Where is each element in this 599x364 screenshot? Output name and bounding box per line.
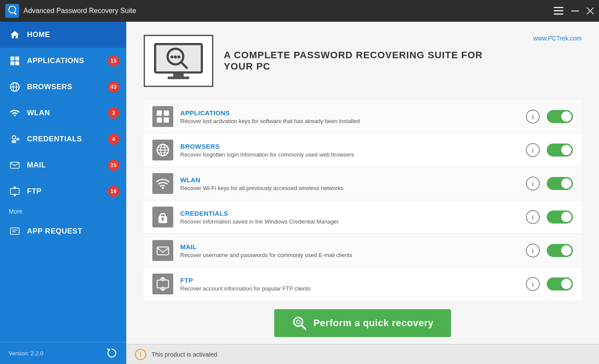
sidebar-footer: Version: 2.2.0 — [0, 342, 126, 364]
svg-point-21 — [17, 139, 18, 140]
feature-wlan-title: WLAN — [180, 176, 526, 184]
svg-rect-36 — [173, 73, 184, 77]
feature-applications-text: APPLICATIONS Recover lost activation key… — [180, 109, 526, 124]
svg-rect-40 — [157, 117, 162, 123]
feature-mail-info-btn[interactable]: i — [526, 244, 540, 257]
ftp-icon — [9, 185, 21, 197]
menu-button[interactable] — [554, 7, 563, 15]
sidebar-ftp-label: FTP — [27, 187, 42, 196]
sidebar-app-request-label: APP REQUEST — [27, 227, 82, 236]
feature-row-wlan: WLAN Recover Wi-Fi keys for all previous… — [144, 167, 582, 200]
mail-badge: 25 — [108, 160, 119, 171]
feature-credentials-toggle[interactable] — [547, 210, 573, 224]
sidebar-home-label: HOME — [27, 30, 50, 39]
feature-applications-title: APPLICATIONS — [180, 109, 526, 117]
close-button[interactable] — [587, 7, 594, 14]
svg-rect-6 — [554, 13, 563, 15]
window-controls — [554, 7, 594, 15]
feature-credentials-desc: Recover information saved in the Windows… — [180, 218, 526, 225]
svg-rect-51 — [160, 214, 165, 218]
applications-badge: 15 — [108, 55, 119, 67]
feature-wlan-toggle[interactable] — [547, 177, 573, 190]
feature-list: APPLICATIONS Recover lost activation key… — [144, 100, 582, 301]
feature-browsers-info-btn[interactable]: i — [526, 143, 540, 157]
sidebar-item-credentials[interactable]: CREDENTIALS 4 — [0, 126, 126, 152]
sidebar-more[interactable]: More — [0, 204, 126, 218]
wlan-icon — [9, 107, 21, 119]
product-logo-box — [144, 35, 213, 87]
content-header: A COMPLETE PASSWORD RECOVERING SUITE FOR… — [144, 35, 582, 87]
applications-icon — [9, 55, 21, 67]
feature-ftp-text: FTP Recover account information for popu… — [180, 277, 526, 292]
minimize-button[interactable] — [571, 10, 579, 12]
version-label: Version: 2.2.0 — [9, 350, 44, 357]
svg-rect-26 — [10, 228, 19, 234]
svg-rect-13 — [15, 61, 19, 65]
recovery-search-icon — [292, 315, 307, 331]
svg-rect-11 — [15, 57, 19, 60]
feature-browsers-text: BROWSERS Recover forgotten login informa… — [180, 143, 526, 158]
svg-rect-19 — [12, 140, 16, 143]
sidebar-item-home[interactable]: HOME — [0, 22, 126, 48]
feature-applications-toggle[interactable] — [547, 110, 573, 123]
header-left: A COMPLETE PASSWORD RECOVERING SUITE FOR… — [144, 35, 485, 87]
content-area: A COMPLETE PASSWORD RECOVERING SUITE FOR… — [126, 22, 599, 364]
feature-mail-desc: Recover username and passwords for commo… — [180, 252, 526, 258]
svg-rect-12 — [10, 61, 14, 65]
feature-browsers-toggle[interactable] — [547, 144, 573, 157]
feature-mail-toggle[interactable] — [547, 244, 573, 257]
header-tagline: A COMPLETE PASSWORD RECOVERING SUITE FOR… — [224, 50, 485, 72]
app-request-icon — [9, 225, 21, 237]
feature-row-browsers: BROWSERS Recover forgotten login informa… — [144, 134, 582, 167]
browsers-icon — [9, 81, 21, 93]
feature-wlan-icon-box — [152, 173, 173, 194]
app-logo — [5, 4, 19, 18]
quick-recovery-button[interactable]: Perform a quick recovery — [274, 309, 451, 337]
feature-ftp-icon-box — [152, 274, 173, 294]
svg-point-17 — [15, 116, 15, 117]
feature-browsers-title: BROWSERS — [180, 143, 526, 150]
main-layout: HOME APPLICATIONS 15 — [0, 22, 599, 364]
feature-applications-info-btn[interactable]: i — [526, 110, 540, 124]
sidebar: HOME APPLICATIONS 15 — [0, 22, 126, 364]
recovery-section: Perform a quick recovery — [144, 301, 582, 341]
feature-wlan-desc: Recover Wi-Fi keys for all previously ac… — [180, 185, 526, 191]
svg-rect-37 — [168, 77, 189, 79]
feature-ftp-desc: Recover account information for popular … — [180, 285, 526, 292]
feature-credentials-info-btn[interactable]: i — [526, 210, 540, 224]
svg-rect-53 — [162, 220, 163, 221]
sidebar-item-mail[interactable]: MAIL 25 — [0, 152, 126, 178]
feature-ftp-toggle[interactable] — [547, 277, 573, 291]
sidebar-item-applications[interactable]: APPLICATIONS 15 — [0, 48, 126, 74]
svg-point-18 — [12, 136, 16, 139]
sidebar-item-app-request[interactable]: APP REQUEST — [0, 218, 126, 244]
svg-rect-7 — [571, 10, 579, 12]
sidebar-item-wlan[interactable]: WLAN 3 — [0, 100, 126, 126]
svg-point-34 — [174, 56, 177, 59]
recovery-btn-label: Perform a quick recovery — [313, 317, 434, 329]
feature-mail-text: MAIL Recover username and passwords for … — [180, 243, 526, 258]
feature-credentials-title: CREDENTIALS — [180, 210, 526, 217]
svg-rect-41 — [164, 117, 169, 123]
website-link[interactable]: www.PCTrek.com — [533, 35, 582, 42]
feature-wlan-text: WLAN Recover Wi-Fi keys for all previous… — [180, 176, 526, 191]
svg-rect-23 — [10, 188, 19, 194]
feature-mail-icon-box — [152, 240, 173, 261]
wlan-badge: 3 — [108, 107, 119, 119]
status-info-icon: i — [135, 349, 146, 360]
svg-rect-10 — [10, 57, 14, 60]
refresh-button[interactable] — [106, 347, 118, 359]
sidebar-browsers-label: BROWSERS — [27, 83, 72, 91]
home-icon — [9, 29, 21, 41]
browsers-badge: 43 — [108, 81, 119, 93]
sidebar-item-ftp[interactable]: FTP 16 — [0, 178, 126, 204]
feature-wlan-info-btn[interactable]: i — [526, 177, 540, 190]
svg-rect-54 — [157, 247, 168, 255]
feature-credentials-icon-box — [152, 207, 173, 227]
sidebar-mail-label: MAIL — [27, 161, 46, 170]
sidebar-item-browsers[interactable]: BROWSERS 43 — [0, 74, 126, 100]
credentials-badge: 4 — [108, 134, 119, 145]
status-bar: i This product is activated — [126, 344, 599, 364]
feature-ftp-info-btn[interactable]: i — [526, 277, 540, 291]
svg-point-33 — [171, 56, 174, 59]
